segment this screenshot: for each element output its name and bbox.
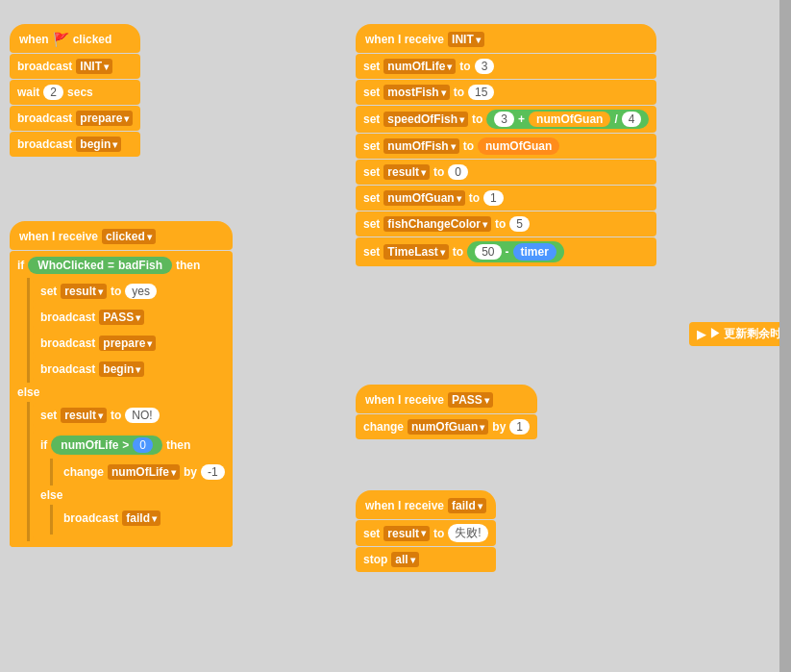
nested-false-branch: broadcast faild — [50, 505, 233, 535]
fishchangecolor-var[interactable]: fishChangeColor — [383, 216, 491, 232]
then2-label: then — [166, 438, 190, 452]
numofguan-change-var[interactable]: numOfGuan — [408, 419, 488, 435]
to5: to — [433, 165, 444, 179]
wait-secs-block[interactable]: wait 2 secs — [10, 80, 140, 105]
set-mostfish[interactable]: set mostFish to 15 — [356, 80, 656, 105]
fail-val: 失败! — [448, 524, 487, 542]
set-fail-label: set — [363, 527, 380, 540]
if-header[interactable]: if WhoClicked = badFish then — [10, 253, 208, 278]
result-var5[interactable]: result — [383, 164, 430, 180]
fail-dropdown[interactable]: faild — [122, 510, 161, 526]
fishchangecolor-5: 5 — [509, 216, 530, 232]
condition-var: WhoClicked — [37, 259, 104, 272]
broadcast-pass[interactable]: broadcast PASS — [33, 305, 233, 330]
set-result-0[interactable]: set result to 0 — [356, 160, 656, 185]
condition-op: = — [108, 259, 114, 272]
broadcast-pass-label: broadcast — [40, 311, 95, 324]
pass-recv-dropdown[interactable]: PASS — [448, 392, 493, 408]
to-label2: to — [111, 409, 121, 422]
bc-fail-label: broadcast — [63, 511, 118, 525]
change-numoflife[interactable]: change numOfLife by -1 — [56, 460, 233, 485]
begin2-dropdown[interactable]: begin — [99, 361, 144, 377]
broadcast-init-block[interactable]: broadcast INIT — [10, 54, 140, 79]
prepare2-dropdown[interactable]: prepare — [99, 336, 156, 351]
numoflife-change-var[interactable]: numOfLife — [108, 464, 180, 480]
clicked-val-dropdown[interactable]: clicked — [102, 229, 156, 244]
broadcast-label: broadcast — [17, 60, 72, 73]
change-guan-label: change — [363, 420, 404, 434]
numoflife-var-1[interactable]: numOfLife — [383, 59, 456, 74]
no-value: NO! — [125, 408, 159, 423]
set8-label: set — [363, 245, 380, 259]
begin-dropdown[interactable]: begin — [76, 137, 121, 152]
update-time-sidebar[interactable]: ▶ ▶ 更新剩余时 — [689, 322, 789, 346]
div-label: / — [614, 112, 617, 126]
broadcast-prepare2[interactable]: broadcast prepare — [33, 331, 233, 356]
numofguan-pill: numOfGuan — [478, 137, 559, 155]
init-dropdown[interactable]: INIT — [76, 59, 112, 74]
set1-label: set — [363, 60, 380, 73]
right-stack-3: when I receive faild set result to 失败! s… — [356, 490, 496, 572]
numoflife-val: 0 — [133, 437, 153, 453]
set5-label: set — [363, 165, 380, 179]
nested-if-header[interactable]: if numOfLife > 0 then — [33, 432, 198, 459]
change-label: change — [63, 465, 104, 479]
when-flag-clicked-hat[interactable]: when 🚩 clicked — [10, 24, 140, 53]
nested-if-bottom — [33, 535, 233, 540]
broadcast-begin2-label: broadcast — [40, 362, 95, 376]
when-receive-init-label: when I receive — [365, 33, 444, 46]
when-label: when — [19, 33, 49, 46]
when-receive-faild-hat[interactable]: when I receive faild — [356, 490, 496, 519]
timelast-math: 50 - timer — [467, 241, 564, 262]
to4: to — [463, 139, 474, 153]
stop-all-dropdown[interactable]: all — [391, 552, 418, 567]
result-var2[interactable]: result — [61, 408, 107, 423]
result-0-val: 0 — [448, 164, 468, 180]
speedoffish-var[interactable]: speedOfFish — [383, 112, 468, 127]
set-result-fail[interactable]: set result to 失败! — [356, 520, 496, 546]
set-fishchangecolor[interactable]: set fishChangeColor to 5 — [356, 212, 656, 236]
right-stack-2: when I receive PASS change numOfGuan by … — [356, 385, 537, 439]
numoflife-op: > — [122, 438, 129, 452]
mostfish-var[interactable]: mostFish — [383, 85, 449, 100]
set-numoflife[interactable]: set numOfLife to 3 — [356, 54, 656, 79]
when-receive-clicked-hat[interactable]: when I receive clicked — [10, 221, 233, 250]
set-result-no[interactable]: set result to NO! — [33, 403, 233, 428]
to6: to — [469, 191, 480, 205]
set-timelast[interactable]: set TimeLast to 50 - timer — [356, 237, 656, 266]
set-numoffish[interactable]: set numOfFish to numOfGuan — [356, 134, 656, 159]
to7: to — [495, 217, 506, 231]
broadcast-begin2[interactable]: broadcast begin — [33, 357, 233, 382]
change-numofguan-block[interactable]: change numOfGuan by 1 — [356, 414, 537, 439]
timer-pill: timer — [513, 243, 556, 261]
timelast-var[interactable]: TimeLast — [383, 244, 448, 260]
when-receive-pass-hat[interactable]: when I receive PASS — [356, 385, 537, 413]
numoflife-var: numOfLife — [61, 438, 118, 452]
sidebar-label: ▶ 更新剩余时 — [709, 326, 781, 342]
scrollbar[interactable] — [779, 0, 791, 672]
broadcast-faild[interactable]: broadcast faild — [56, 506, 233, 531]
stop-all-block[interactable]: stop all — [356, 547, 496, 572]
when-receive-label: when I receive — [19, 230, 98, 243]
numoffish-var[interactable]: numOfFish — [383, 138, 458, 154]
result-var1[interactable]: result — [61, 284, 107, 299]
if-label: if — [17, 259, 24, 272]
pass-dropdown[interactable]: PASS — [99, 310, 144, 325]
init-recv-dropdown[interactable]: INIT — [448, 32, 484, 47]
set-speedoffish[interactable]: set speedOfFish to 3 + numOfGuan / 4 — [356, 106, 656, 133]
prepare-dropdown[interactable]: prepare — [76, 111, 133, 126]
if-false-branch: set result to NO! if numOfLife > 0 then — [27, 402, 233, 541]
wait-label: wait — [17, 86, 39, 99]
broadcast-prepare-block[interactable]: broadcast prepare — [10, 106, 140, 131]
result-fail-var[interactable]: result — [383, 526, 430, 541]
else-label-2: else — [33, 485, 233, 505]
broadcast-begin-block[interactable]: broadcast begin — [10, 132, 140, 157]
to-label1: to — [111, 285, 121, 298]
div-val: 4 — [622, 112, 642, 127]
when-receive-init-hat[interactable]: when I receive INIT — [356, 24, 656, 53]
set-numofguan[interactable]: set numOfGuan to 1 — [356, 186, 656, 211]
numofguan-var6[interactable]: numOfGuan — [383, 190, 464, 206]
stop-label: stop — [363, 553, 387, 566]
faild-recv-dropdown[interactable]: faild — [448, 498, 486, 513]
set-result-yes[interactable]: set result to yes — [33, 279, 233, 304]
